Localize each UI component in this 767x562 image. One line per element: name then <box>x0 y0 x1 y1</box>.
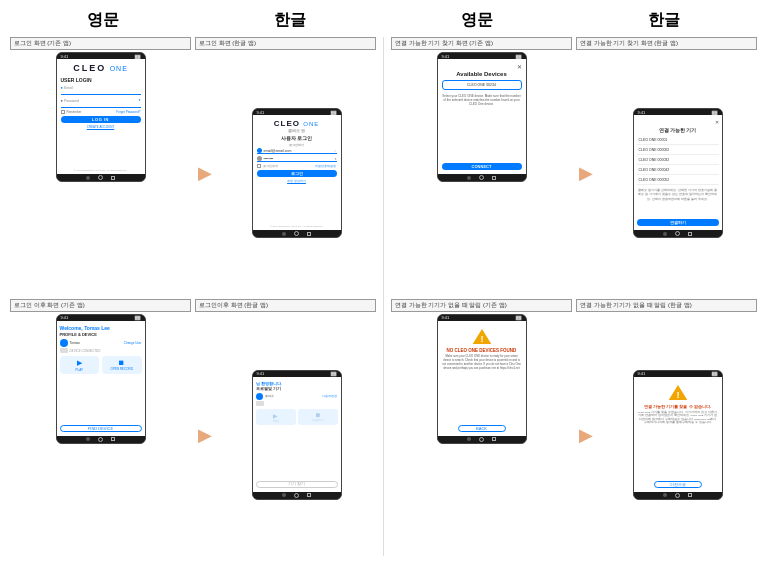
ko-remember-row: 로그인 유지 비밀번호 재설정 <box>257 164 337 168</box>
ko-login-logo: CLEO ONE <box>257 119 337 128</box>
nav-recent[interactable] <box>307 493 311 497</box>
en-no-device-content: ! NO CLEO ONE DEVICES FOUND Make sure yo… <box>438 321 526 436</box>
en-login-content: CLEO ONE USER LOGIN ● Email <box>57 59 145 174</box>
ko-device-item-5[interactable]: CLEO ONE 000052 <box>637 176 719 185</box>
en-device-list-phone-wrap: 9:41 ▓▓ ✕ Available Devices CLEO ONE 002… <box>391 52 572 295</box>
ko-pw-right: 👁 <box>334 157 337 161</box>
nav-home[interactable] <box>98 175 103 180</box>
nav-home[interactable] <box>675 493 680 498</box>
en-remember-checkbox[interactable] <box>61 110 65 114</box>
header-right-en: 영문 <box>461 10 493 31</box>
nav-home[interactable] <box>98 437 103 442</box>
status-time: 9:41 <box>442 54 450 59</box>
en-change-user[interactable]: Change User <box>124 341 142 345</box>
ko-find-device-button[interactable]: 기기 찾기 <box>256 481 338 488</box>
ko-postlogin-label: 로그인이후 화면 (한글 앱) <box>195 299 376 312</box>
en-find-device-text: FIND DEVICE <box>88 426 113 431</box>
ko-device-item-3[interactable]: CLEO ONE 000032 <box>637 156 719 165</box>
nav-home[interactable] <box>294 231 299 236</box>
en-forgot-link[interactable]: Forgot Password? <box>116 110 140 114</box>
en-login-btn-text: LOG IN <box>92 117 109 122</box>
en-device-icon <box>60 348 68 353</box>
ko-device-item-1[interactable]: CLEO ONE 00001 <box>637 136 719 145</box>
nav-home[interactable] <box>479 437 484 442</box>
nav-back[interactable] <box>86 176 90 180</box>
status-icons: ▓▓ <box>331 110 337 115</box>
ko-login-content: CLEO ONE 클레오 원 사용자 로그인 로그인 하기 <box>253 115 341 230</box>
ko-device-list-label: 연결 가능한 기기 찾기 화면 (한글 앱) <box>576 37 757 50</box>
status-time: 9:41 <box>442 315 450 320</box>
en-device-item-1[interactable]: CLEO ONE 00234 <box>442 80 522 90</box>
ko-back-button[interactable]: 이전으로 <box>654 481 702 488</box>
nav-recent[interactable] <box>492 437 496 441</box>
ko-connect-button[interactable]: 연결하기 <box>637 219 719 226</box>
en-connect-button[interactable]: CONNECT <box>442 163 522 170</box>
en-play-button[interactable]: ▶ PLAY <box>60 356 100 374</box>
nav-back[interactable] <box>663 232 667 236</box>
nav-home[interactable] <box>675 231 680 236</box>
en-login-button[interactable]: LOG IN <box>61 116 141 123</box>
en-record-button[interactable]: ⏹ OPEN RECORD <box>102 356 142 374</box>
nav-recent[interactable] <box>688 232 692 236</box>
ko-postlogin-phone: 9:41 ▓▓ 님 환영합니다. 프로필 및 기기 <box>252 370 342 500</box>
nav-recent[interactable] <box>688 493 692 497</box>
ko-register-link[interactable]: 계정 생성하기 <box>257 179 337 183</box>
en-user-name: Tomas <box>70 341 80 345</box>
ko-password-input-row[interactable]: •••••••• 👁 <box>257 156 337 162</box>
en-device-row: DEVICE CONNECTED <box>60 348 142 353</box>
ko-forgot-link[interactable]: 비밀번호 재설정 <box>315 164 337 168</box>
ko-record-button[interactable]: ⏹ 녹음하기 <box>298 409 338 425</box>
en-create-link[interactable]: CREATE ACCOUNT <box>61 125 141 129</box>
ko-email-text: email@email.com <box>264 149 292 153</box>
en-postlogin-phone: 9:41 ▓▓ Welcome, Tomas Lee PROFILE & DEV… <box>56 314 146 444</box>
nav-recent[interactable] <box>307 232 311 236</box>
ko-login-phone-wrap: 9:41 ▓▓ CLEO ONE 클레오 원 <box>217 108 376 238</box>
ko-change-user[interactable]: 사용자 변경 <box>322 394 338 398</box>
en-back-button[interactable]: BACK <box>458 425 506 432</box>
en-back-btn-text: BACK <box>476 426 487 431</box>
en-no-device-title: NO CLEO ONE DEVICES FOUND <box>447 348 517 354</box>
nav-home[interactable] <box>294 493 299 498</box>
nav-recent[interactable] <box>111 176 115 180</box>
nav-back[interactable] <box>663 493 667 497</box>
ko-remember-checkbox[interactable] <box>257 164 261 168</box>
ko-login-button[interactable]: 로그인 <box>257 170 337 177</box>
ko-email-input-row[interactable]: email@email.com ✓ <box>257 148 337 154</box>
en-device-close-x[interactable]: ✕ <box>442 63 522 70</box>
nav-home[interactable] <box>479 175 484 180</box>
nav-back[interactable] <box>282 232 286 236</box>
ko-connect-btn-text: 연결하기 <box>670 220 686 225</box>
en-find-device-button[interactable]: FIND DEVICE <box>60 425 142 432</box>
ko-login-subtitle: 로그인 하기 <box>257 143 337 147</box>
device-list-arrow: ▶ <box>579 162 593 184</box>
ko-device-close-x[interactable]: ✕ <box>637 119 719 125</box>
ko-no-device-label: 연결 가능한 기기가 없을 때 알림 (한글 앱) <box>576 299 757 312</box>
en-record-icon: ⏹ <box>118 359 125 366</box>
column-1: 로그인 화면 (기존 앱) 9:41 ▓▓ CLEO <box>10 37 191 556</box>
en-password-input[interactable] <box>61 103 141 108</box>
en-login-footer: © 2024 Brainchild Arts & Inc. All rights… <box>61 169 141 172</box>
nav-back[interactable] <box>467 437 471 441</box>
en-postlogin-nav-bar <box>57 436 145 443</box>
nav-back[interactable] <box>282 493 286 497</box>
ko-device-item-4[interactable]: CLEO ONE 000042 <box>637 166 719 175</box>
status-icons: ▓▓ <box>135 54 141 59</box>
ko-login-nav-bar <box>253 230 341 237</box>
en-login-phone-wrap: 9:41 ▓▓ CLEO ONE <box>10 52 191 295</box>
nav-recent[interactable] <box>111 437 115 441</box>
en-no-device-label: 연결 가능한 기기가 없을 때 알림 (기존 앱) <box>391 299 572 312</box>
ko-no-device-phone-wrap: 9:41 ▓▓ ! <box>598 370 757 500</box>
ko-play-button[interactable]: ▶ 재생 <box>256 409 296 425</box>
ko-play-label: 재생 <box>273 420 279 423</box>
ko-media-buttons: ▶ 재생 ⏹ 녹음하기 <box>256 409 338 425</box>
en-remember-row: Remember Forgot Password? <box>61 110 141 114</box>
nav-recent[interactable] <box>492 176 496 180</box>
ko-login-screen: CLEO ONE 클레오 원 사용자 로그인 로그인 하기 <box>253 115 341 230</box>
en-email-input[interactable] <box>61 90 141 95</box>
en-login-nav-bar <box>57 174 145 181</box>
status-time: 9:41 <box>638 371 646 376</box>
nav-back[interactable] <box>86 437 90 441</box>
nav-back[interactable] <box>467 176 471 180</box>
ko-device-item-2[interactable]: CLEO ONE 000002 <box>637 146 719 155</box>
en-postlogin-phone-wrap: 9:41 ▓▓ Welcome, Tomas Lee PROFILE & DEV… <box>10 314 191 557</box>
